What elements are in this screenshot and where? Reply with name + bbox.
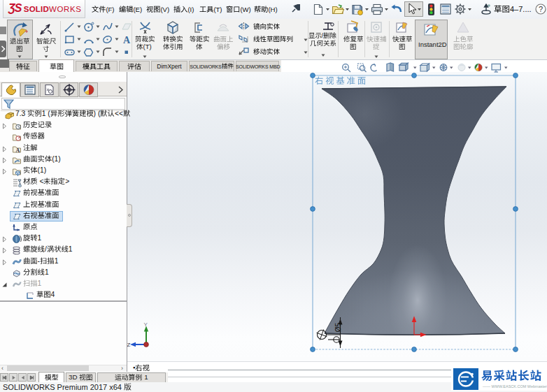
svg-text:Z: Z bbox=[127, 342, 131, 348]
svg-text:A: A bbox=[16, 147, 20, 154]
svg-text:Y: Y bbox=[144, 321, 148, 328]
svg-text:?: ? bbox=[539, 5, 543, 13]
svg-text:A: A bbox=[123, 35, 131, 45]
